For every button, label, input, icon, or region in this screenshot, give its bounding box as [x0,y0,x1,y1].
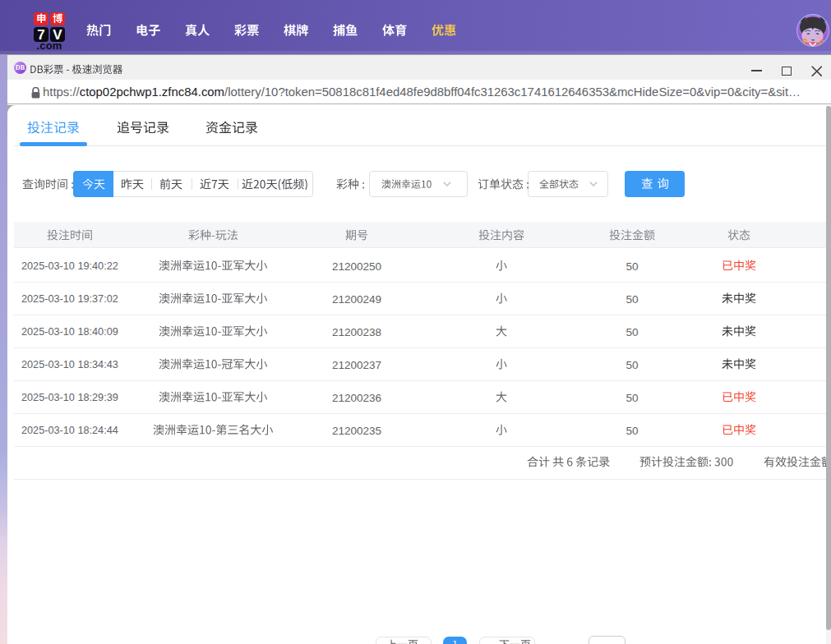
svg-text:DB: DB [16,64,25,71]
